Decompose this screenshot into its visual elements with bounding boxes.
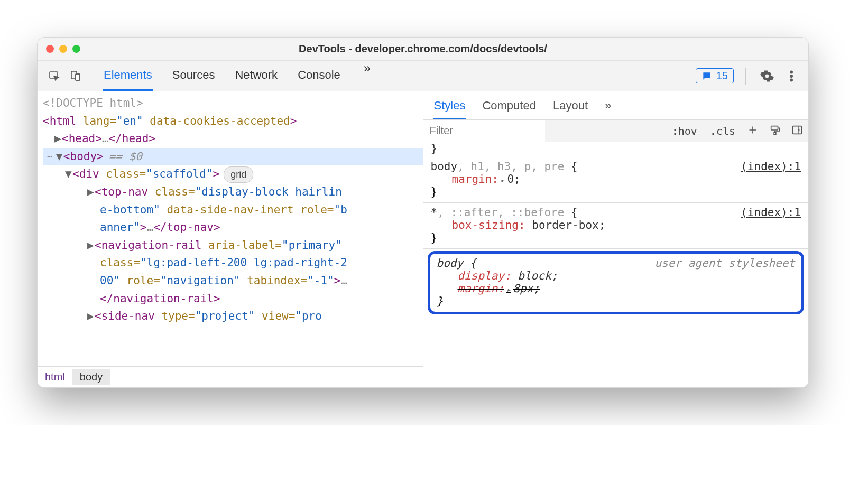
- tab-styles[interactable]: Styles: [433, 96, 467, 119]
- style-rule[interactable]: body, h1, h3, p, pre { (index):1 margin:…: [423, 157, 809, 203]
- issues-count: 15: [716, 70, 728, 82]
- styles-pane: Styles Computed Layout » :hov .cls } bod…: [423, 91, 809, 387]
- device-toggle-icon[interactable]: [66, 67, 85, 86]
- dom-sidenav[interactable]: ▶<side-nav type="project" view="pro: [43, 308, 423, 326]
- window-titlebar: DevTools - developer.chrome.com/docs/dev…: [38, 38, 808, 61]
- tab-layout[interactable]: Layout: [552, 96, 589, 119]
- style-rule[interactable]: *, ::after, ::before { (index):1 box-siz…: [423, 203, 809, 249]
- user-agent-rule-highlighted[interactable]: body { user agent stylesheet display: bl…: [428, 251, 805, 314]
- new-rule-icon[interactable]: [742, 124, 764, 138]
- cls-toggle[interactable]: .cls: [704, 125, 742, 137]
- svg-point-6: [790, 79, 792, 81]
- breadcrumb-html[interactable]: html: [38, 369, 72, 385]
- elements-pane: <!DOCTYPE html> <html lang="en" data-coo…: [38, 91, 423, 387]
- styles-toolbar: :hov .cls: [423, 120, 809, 142]
- dom-body-selected[interactable]: ⋯▼<body>== $0: [43, 148, 423, 166]
- main-toolbar: Elements Sources Network Console » 15: [38, 61, 808, 91]
- dom-topnav[interactable]: ▶<top-nav class="display-block hairlin: [43, 183, 423, 201]
- divider: [745, 68, 746, 85]
- kebab-menu-icon[interactable]: [782, 67, 801, 86]
- rule-source-link[interactable]: (index):1: [741, 206, 801, 219]
- traffic-lights: [46, 45, 80, 53]
- tab-sources[interactable]: Sources: [171, 61, 216, 91]
- paint-icon[interactable]: [764, 124, 786, 138]
- tab-console[interactable]: Console: [297, 61, 341, 91]
- main-tabs: Elements Sources Network Console »: [103, 61, 375, 91]
- computed-toggle-icon[interactable]: [786, 124, 808, 138]
- svg-rect-9: [793, 126, 802, 134]
- layout-pill[interactable]: grid: [224, 166, 253, 183]
- dom-scaffold[interactable]: ▼<div class="scaffold">grid: [43, 165, 423, 183]
- svg-point-5: [790, 75, 792, 77]
- breadcrumb-body[interactable]: body: [72, 369, 110, 385]
- svg-rect-8: [774, 132, 776, 134]
- dom-head[interactable]: ▶<head>…</head>: [43, 130, 423, 148]
- tab-computed[interactable]: Computed: [481, 96, 537, 119]
- svg-rect-7: [771, 126, 778, 129]
- dom-navrail[interactable]: ▶<navigation-rail aria-label="primary": [43, 237, 423, 255]
- svg-point-4: [790, 71, 792, 73]
- styles-filter-input[interactable]: [423, 120, 545, 142]
- svg-rect-2: [76, 74, 80, 80]
- minimize-window-icon[interactable]: [59, 45, 67, 53]
- divider: [94, 68, 94, 85]
- maximize-window-icon[interactable]: [72, 45, 80, 53]
- ua-source-label: user agent stylesheet: [654, 257, 795, 270]
- inspect-element-icon[interactable]: [45, 67, 64, 86]
- rule-source-link[interactable]: (index):1: [741, 160, 801, 173]
- devtools-window: DevTools - developer.chrome.com/docs/dev…: [37, 37, 809, 388]
- issues-badge[interactable]: 15: [696, 68, 734, 83]
- close-window-icon[interactable]: [46, 45, 54, 53]
- style-rules: } body, h1, h3, p, pre { (index):1 margi…: [423, 142, 809, 387]
- styles-tabs: Styles Computed Layout »: [423, 91, 809, 120]
- panes: <!DOCTYPE html> <html lang="en" data-coo…: [38, 91, 808, 387]
- more-tabs-icon[interactable]: »: [359, 61, 375, 91]
- window-title: DevTools - developer.chrome.com/docs/dev…: [38, 43, 808, 55]
- tab-network[interactable]: Network: [234, 61, 279, 91]
- settings-icon[interactable]: [758, 67, 777, 86]
- dom-tree[interactable]: <!DOCTYPE html> <html lang="en" data-coo…: [38, 91, 423, 366]
- dom-doctype[interactable]: <!DOCTYPE html>: [43, 95, 423, 113]
- tab-elements[interactable]: Elements: [103, 61, 153, 91]
- more-subtabs-icon[interactable]: »: [604, 96, 612, 119]
- dom-html-open[interactable]: <html lang="en" data-cookies-accepted>: [43, 113, 423, 131]
- hov-toggle[interactable]: :hov: [666, 125, 704, 137]
- breadcrumb: html body: [38, 366, 423, 387]
